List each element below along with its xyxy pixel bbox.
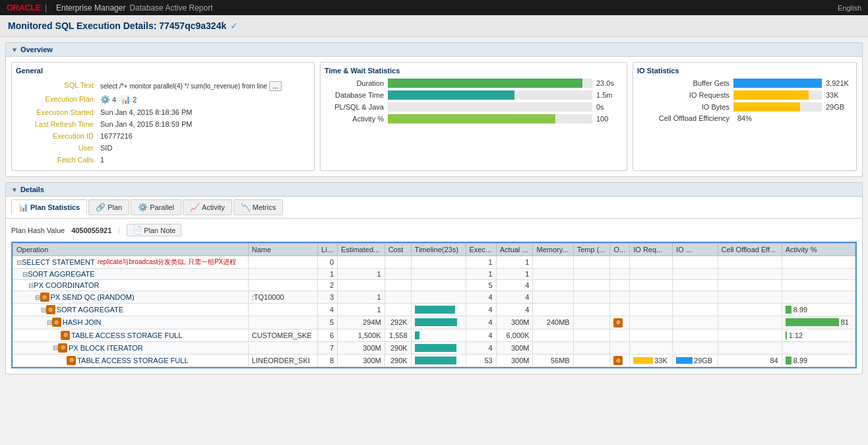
exec-cell: 5 (466, 280, 496, 291)
tab-icon: ⚙️ (138, 203, 148, 212)
details-collapse-icon[interactable]: ▼ (11, 186, 18, 193)
memory-cell (533, 269, 573, 280)
overview-collapse-icon[interactable]: ▼ (11, 46, 18, 53)
cost-cell: 290K (385, 354, 411, 367)
expand-icon[interactable]: ⊟ (47, 319, 52, 326)
estimated-cell: 300M (338, 354, 385, 367)
last-refresh-label: Last Refresh Time (17, 119, 96, 129)
timeline-bar (415, 306, 455, 314)
fetch-calls-label: Fetch Calls (17, 154, 96, 165)
cell-eff-cell (718, 341, 782, 354)
timeline-cell (411, 341, 466, 354)
exec-started-label: Execution Started (17, 107, 96, 118)
tab-plan[interactable]: 🔗Plan (88, 199, 129, 215)
exec-plan-label: Execution Plan (17, 94, 96, 106)
io-req-cell (630, 304, 673, 316)
expand-icon[interactable]: ⊟ (41, 306, 46, 314)
mini-bar-blue (676, 357, 693, 364)
sql-text-expand-btn[interactable]: ... (269, 81, 281, 91)
io-req-cell (630, 280, 673, 291)
op-name: PX BLOCK ITERATOR (69, 344, 143, 352)
plan-table-row: ⊟SELECT STATEMENTreplicate与broadcast分发类似… (13, 256, 855, 269)
activity-content: 8.99 (786, 357, 852, 364)
time-wait-rows: Duration 23.0s Database Time 1.5m PL/SQL… (325, 79, 623, 123)
temp-cell (573, 280, 610, 291)
actual-cell: 4 (496, 304, 533, 316)
language-selector[interactable]: English (838, 4, 861, 12)
options-cell (610, 304, 630, 316)
io-label: IO Bytes (637, 103, 729, 111)
plan-col-header[interactable]: Operation (13, 244, 249, 256)
plan-col-header[interactable]: O... (610, 244, 630, 256)
tab-icon: 🔗 (96, 203, 106, 212)
activity-bar (786, 331, 787, 339)
plan-hash-label: Plan Hash Value (11, 226, 65, 234)
time-wait-row: Activity % 100 (325, 114, 623, 123)
cost-cell (385, 256, 411, 269)
plan-note-icon: 📄 (133, 226, 142, 234)
actual-cell: 1 (496, 269, 533, 280)
plan-col-header[interactable]: Exec... (466, 244, 496, 256)
tab-parallel[interactable]: ⚙️Parallel (131, 199, 181, 215)
exec-plan-icon2: 📊 (121, 95, 131, 104)
timeline-cell (411, 316, 466, 329)
line-cell: 2 (318, 280, 338, 291)
cost-cell: 1,558 (385, 329, 411, 341)
exec-id-label: Execution ID (17, 131, 96, 141)
plan-col-header[interactable]: Estimated... (338, 244, 385, 256)
plan-table-wrapper: OperationNameLi...Estimated...CostTimeli… (11, 242, 857, 368)
gear-icon: ⚙ (613, 318, 623, 327)
stat-value: 23.0s (596, 79, 623, 87)
plan-col-header[interactable]: Li... (318, 244, 338, 256)
user-value: SID (98, 143, 309, 153)
io-row: IO Bytes 29GB (637, 102, 852, 112)
plan-col-header[interactable]: Activity % (782, 244, 855, 256)
io-cell (673, 316, 718, 329)
expand-icon[interactable]: ⊟ (35, 294, 40, 301)
plan-col-header[interactable]: Actual ... (496, 244, 533, 256)
plan-col-header[interactable]: Cell Offload Eff... (718, 244, 782, 256)
cost-cell: 290K (385, 341, 411, 354)
io-cell (673, 341, 718, 354)
io-bar-container (733, 102, 822, 112)
plan-col-header[interactable]: Memory... (533, 244, 573, 256)
line-cell: 7 (318, 341, 338, 354)
plan-col-header[interactable]: Cost (385, 244, 411, 256)
time-wait-row: PL/SQL & Java 0s (325, 102, 623, 112)
tab-label: Activity (202, 203, 225, 211)
io-req-value: 33K (654, 357, 667, 364)
operation-cell: ⊟⚙PX SEND QC (RANDOM) (13, 291, 249, 304)
plan-table-row: ⚙TABLE ACCESS STORAGE FULLCUSTOMER_SKE61… (13, 329, 855, 341)
tab-activity[interactable]: 📈Activity (183, 199, 232, 215)
memory-cell: 240MB (533, 316, 573, 329)
expand-icon[interactable]: ⊟ (53, 344, 58, 351)
plan-col-header[interactable]: Name (248, 244, 318, 256)
io-value: 29GB (826, 103, 852, 111)
time-wait-panel: Time & Wait Statistics Duration 23.0s Da… (320, 62, 627, 171)
temp-cell (573, 291, 610, 304)
line-cell: 5 (318, 316, 338, 329)
activity-cell (782, 341, 855, 354)
time-wait-row: Duration 23.0s (325, 79, 623, 88)
cost-cell: 292K (385, 316, 411, 329)
last-refresh-value: Sun Jan 4, 2015 8:18:59 PM (98, 119, 309, 129)
tab-icon: 📈 (190, 203, 200, 212)
expand-icon[interactable]: ⊟ (22, 271, 28, 278)
exec-cell: 4 (466, 341, 496, 354)
expand-icon[interactable]: ⊟ (16, 259, 22, 266)
plan-col-header[interactable]: Timeline(23s) (411, 244, 466, 256)
cost-cell (385, 291, 411, 304)
expand-icon[interactable]: ⊟ (28, 282, 34, 289)
io-stats-panel: IO Statistics Buffer Gets 3,921K IO Requ… (633, 62, 857, 171)
plan-note-btn[interactable]: 📄 Plan Note (127, 224, 181, 236)
activity-cell (782, 256, 855, 269)
io-bar-container (733, 90, 822, 100)
tab-plan-stats[interactable]: 📊Plan Statistics (11, 199, 87, 215)
operation-cell: ⊟SELECT STATEMENTreplicate与broadcast分发类似… (13, 256, 249, 269)
plan-col-header[interactable]: Temp (... (573, 244, 610, 256)
name-cell (248, 256, 318, 269)
plan-col-header[interactable]: IO Req... (630, 244, 673, 256)
plan-col-header[interactable]: IO ... (673, 244, 718, 256)
tab-metrics[interactable]: 📉Metrics (233, 199, 283, 215)
op-name: SORT AGGREGATE (57, 306, 123, 314)
